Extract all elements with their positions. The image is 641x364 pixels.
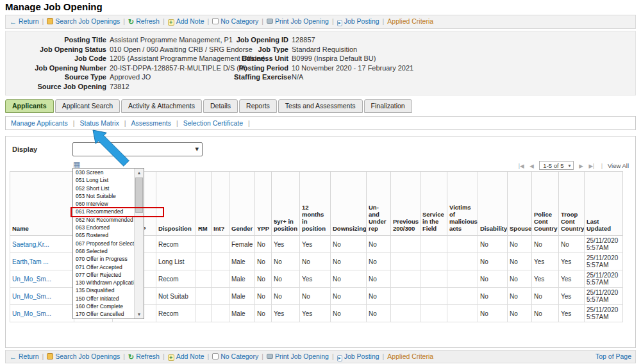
applied-criteria-link[interactable]: Applied Criteria xyxy=(387,352,433,360)
tab-applicants[interactable]: Applicants xyxy=(5,99,54,113)
return-link[interactable]: Return xyxy=(10,352,39,360)
previous-page-button[interactable]: ◀ xyxy=(529,163,534,169)
subnav-item-selection-certificate[interactable]: Selection Certificate xyxy=(183,119,243,127)
tab-details[interactable]: Details xyxy=(203,99,238,113)
dropdown-option-150-offer-initiated[interactable]: 150 Offer Initiated xyxy=(73,295,134,302)
cell: No xyxy=(255,288,272,305)
applicant-link[interactable]: Un_Mo_Sm... xyxy=(12,276,51,283)
job-posting-link[interactable]: Job Posting xyxy=(337,17,379,25)
refresh-link[interactable]: Refresh xyxy=(128,352,160,360)
add-note-link[interactable]: Add Note xyxy=(168,17,204,25)
dropdown-option-077-offer-rejected[interactable]: 077 Offer Rejected xyxy=(73,271,134,279)
scroll-up-icon[interactable]: ▲ xyxy=(135,169,144,177)
scrollbar-thumb[interactable] xyxy=(135,178,143,213)
dropdown-options: 030 Screen051 Long List052 Short List053… xyxy=(73,169,134,318)
dropdown-option-030-screen[interactable]: 030 Screen xyxy=(73,169,134,176)
tab-applicant-search[interactable]: Applicant Search xyxy=(55,99,120,113)
cell xyxy=(212,305,229,322)
subnav-item-assessments[interactable]: Assessments xyxy=(131,119,171,127)
separator: | xyxy=(124,119,126,127)
separator: | xyxy=(262,17,263,25)
tab-tests-and-assessments[interactable]: Tests and Assessments xyxy=(278,99,363,113)
cell: Yes xyxy=(272,236,300,253)
cell: No xyxy=(508,305,532,322)
dropdown-option-053-not-suitable[interactable]: 053 Not Suitable xyxy=(73,192,134,200)
print-job-opening-link[interactable]: Print Job Opening xyxy=(267,17,329,25)
cell: Female xyxy=(229,236,255,253)
tab-activity-attachments[interactable]: Activity & Attachments xyxy=(121,99,202,113)
refresh-icon xyxy=(128,19,134,25)
field-value-job-type: Standard Requisition xyxy=(292,45,357,54)
dropdown-option-051-long-list[interactable]: 051 Long List xyxy=(73,176,134,184)
cell: No xyxy=(272,270,300,288)
refresh-link[interactable]: Refresh xyxy=(128,17,160,25)
dropdown-option-060-interview[interactable]: 060 Interview xyxy=(73,200,134,208)
display-select[interactable]: ▾ xyxy=(72,142,203,156)
dropdown-option-160-offer-complete[interactable]: 160 Offer Complete xyxy=(73,302,134,310)
cell: 25/11/2020 5:57AM xyxy=(585,236,623,253)
column-header-12-months-in-position: 12 months in position xyxy=(300,172,331,236)
cell: No xyxy=(367,236,391,253)
print-job-opening-link[interactable]: Print Job Opening xyxy=(267,352,329,360)
dropdown-option-135-disqualified[interactable]: 135 Disqualified xyxy=(73,286,134,294)
separator: | xyxy=(383,352,385,360)
cell xyxy=(212,236,229,253)
separator: | xyxy=(123,352,125,360)
dropdown-option-062-not-recommended[interactable]: 062 Not Recommended xyxy=(73,216,134,224)
dropdown-option-063-endorsed[interactable]: 063 Endorsed xyxy=(73,224,134,231)
field-value-job-opening-number: 20-IST-DPPA-128857-R-MULTIPLE D/S (M) xyxy=(110,63,247,73)
applicant-link[interactable]: Un_Mo_Sm... xyxy=(12,293,51,300)
column-header-int: Int? xyxy=(212,172,229,236)
tab-finalization[interactable]: Finalization xyxy=(364,99,412,113)
summary-field: Source Job Opening73812 xyxy=(8,82,234,92)
dropdown-option-070-offer-in-progress[interactable]: 070 Offer in Progress xyxy=(73,255,134,263)
column-header-troop-cont-country: Troop Cont Country xyxy=(559,172,585,236)
field-value-source-job-opening: 73812 xyxy=(110,82,129,92)
applicant-link[interactable]: Earth,Tam ... xyxy=(12,258,49,265)
summary-right-column: Job Opening ID128857Job TypeStandard Req… xyxy=(234,35,633,91)
field-value-staffing-exercise: N/A xyxy=(292,72,303,82)
cell: Yes xyxy=(559,305,585,322)
cell xyxy=(420,253,447,270)
cell: Yes xyxy=(532,270,559,288)
dropdown-option-061-recommended[interactable]: 061 Recommended xyxy=(73,208,134,215)
next-page-button[interactable]: ▶ xyxy=(579,163,583,169)
applicant-link[interactable]: Saetang,Kr... xyxy=(12,241,49,248)
subnav-item-status-matrix[interactable]: Status Matrix xyxy=(79,119,119,127)
cell: No xyxy=(478,305,508,322)
scrollbar[interactable]: ▲ ▼ xyxy=(134,169,144,318)
job-posting-link[interactable]: Job Posting xyxy=(337,352,379,360)
separator: | xyxy=(383,17,385,25)
column-header-victims-of-malicious-acts: Victims of malicious acts xyxy=(447,172,478,236)
add-note-link[interactable]: Add Note xyxy=(168,352,204,360)
no-category-link[interactable]: No Category xyxy=(212,352,258,360)
dropdown-option-065-rostered[interactable]: 065 Rostered xyxy=(73,231,134,239)
dropdown-option-130-withdrawn-application[interactable]: 130 Withdrawn Application xyxy=(73,279,134,286)
page-range-select[interactable]: 1-5 of 5▾ xyxy=(539,161,573,170)
return-link[interactable]: Return xyxy=(10,17,39,25)
subnav-item-manage-applicants[interactable]: Manage Applicants xyxy=(11,119,68,127)
search-job-openings-link[interactable]: Search Job Openings xyxy=(47,17,120,25)
dropdown-option-068-selected[interactable]: 068 Selected xyxy=(73,247,134,255)
cell: No xyxy=(272,253,300,270)
applicant-link[interactable]: Un_Mo_Sm... xyxy=(12,310,51,317)
dropdown-option-052-short-list[interactable]: 052 Short List xyxy=(73,185,134,192)
dropdown-option-071-offer-accepted[interactable]: 071 Offer Accepted xyxy=(73,263,134,271)
tab-reports[interactable]: Reports xyxy=(239,99,277,113)
category-icon xyxy=(212,18,219,24)
cell xyxy=(420,305,447,322)
dropdown-option-170-offer-cancelled[interactable]: 170 Offer Cancelled xyxy=(73,310,134,318)
field-label-job-type: Job Type xyxy=(234,45,292,54)
first-page-button[interactable]: |◀ xyxy=(519,163,524,169)
search-job-openings-link[interactable]: Search Job Openings xyxy=(47,352,120,360)
column-header-ypp: YPP xyxy=(255,172,272,236)
separator: | xyxy=(332,352,334,360)
applied-criteria-link[interactable]: Applied Criteria xyxy=(387,17,433,25)
no-category-link[interactable]: No Category xyxy=(212,17,258,25)
last-page-button[interactable]: ▶| xyxy=(588,163,594,169)
separator: | xyxy=(163,17,165,25)
dropdown-option-067-proposed-for-selection[interactable]: 067 Proposed for Selection xyxy=(73,240,134,247)
top-of-page-link[interactable]: Top of Page xyxy=(595,352,631,360)
scroll-down-icon[interactable]: ▼ xyxy=(135,310,144,318)
view-all-link[interactable]: View All xyxy=(608,162,629,169)
